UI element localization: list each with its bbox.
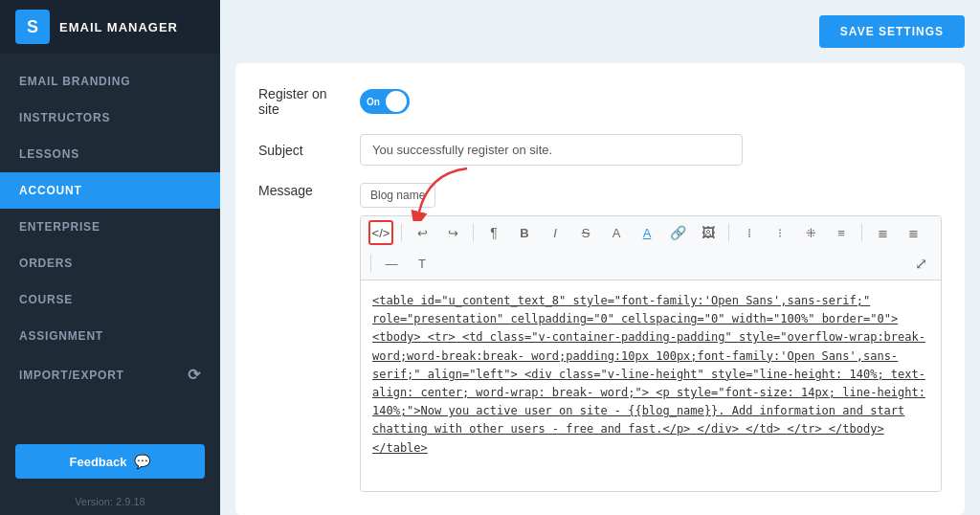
align-justify-button[interactable]: ≡ [829, 220, 854, 245]
sidebar-item-import-export[interactable]: IMPORT/EXPORT ⟳ [0, 354, 220, 395]
editor-body[interactable]: <table id="u_content_text_8" style="font… [361, 280, 941, 491]
toolbar-sep-4 [861, 224, 862, 241]
register-label: Register on site [258, 86, 345, 117]
refresh-icon: ⟳ [188, 366, 201, 384]
subject-row: Subject [258, 134, 942, 166]
app-title: EMAIL MANAGER [59, 20, 178, 34]
content-card: Register on site On Subject Message Blog… [235, 63, 965, 515]
undo-button[interactable]: ↩ [410, 220, 434, 245]
message-label: Message [258, 183, 345, 198]
version-label: Version: 2.9.18 [0, 488, 220, 515]
toolbar-sep-1 [401, 224, 402, 241]
sidebar-nav: EMAIL BRANDING INSTRUCTORS LESSONS ACCOU… [0, 54, 220, 435]
toolbar-sep-2 [473, 224, 474, 241]
hr-button[interactable]: — [379, 251, 404, 276]
align-center-button[interactable]: ⁝ [768, 220, 792, 245]
italic-button[interactable]: I [543, 220, 568, 245]
list-ol-button[interactable]: ≣ [901, 220, 925, 245]
sidebar-header: S EMAIL MANAGER [0, 0, 220, 54]
register-toggle-container: On [360, 89, 410, 114]
chat-icon: 💬 [134, 454, 150, 469]
sidebar-item-account[interactable]: ACCOUNT [0, 172, 220, 209]
feedback-label: Feedback [70, 455, 127, 469]
toolbar-sep-5 [370, 255, 371, 272]
sidebar-item-instructors[interactable]: INSTRUCTORS [0, 100, 220, 136]
register-toggle[interactable]: On [360, 89, 410, 114]
toolbar-sep-3 [728, 224, 729, 241]
blog-name-area: Blog name [360, 183, 942, 208]
sidebar: S EMAIL MANAGER EMAIL BRANDING INSTRUCTO… [0, 0, 220, 515]
text-format-button[interactable]: T [410, 251, 434, 276]
highlight-button[interactable]: A [635, 220, 659, 245]
message-row: Message Blog name [258, 183, 942, 492]
align-left-button[interactable]: ⁞ [737, 220, 762, 245]
logo-letter: S [27, 17, 38, 37]
blog-name-button[interactable]: Blog name [360, 183, 435, 208]
sidebar-item-enterprise[interactable]: ENTERPRISE [0, 209, 220, 245]
code-view-button[interactable]: </> [368, 220, 393, 245]
font-button[interactable]: A [604, 220, 629, 245]
sidebar-item-email-branding[interactable]: EMAIL BRANDING [0, 63, 220, 100]
editor-content: <table id="u_content_text_8" style="font… [372, 294, 925, 455]
main-content: SAVE SETTINGS Register on site On Subjec… [220, 0, 980, 515]
sidebar-logo: S [15, 10, 50, 44]
editor-toolbar: </> ↩ ↪ ¶ B I S A A 🔗 🖼 ⁞ [361, 216, 941, 280]
bold-button[interactable]: B [512, 220, 537, 245]
editor-wrapper: </> ↩ ↪ ¶ B I S A A 🔗 🖼 ⁞ [360, 215, 942, 492]
sidebar-item-lessons[interactable]: LESSONS [0, 136, 220, 172]
expand-button[interactable]: ⤢ [908, 251, 933, 276]
toggle-on-label: On [367, 97, 380, 107]
list-ul-button[interactable]: ≣ [870, 220, 895, 245]
sidebar-item-orders[interactable]: ORDERS [0, 245, 220, 281]
register-row: Register on site On [258, 86, 942, 117]
subject-label: Subject [258, 143, 345, 158]
align-right-button[interactable]: ⁜ [798, 220, 823, 245]
feedback-button[interactable]: Feedback 💬 [15, 444, 205, 479]
main-header: SAVE SETTINGS [235, 15, 965, 48]
strikethrough-button[interactable]: S [573, 220, 598, 245]
sidebar-item-course[interactable]: COURSE [0, 281, 220, 318]
image-button[interactable]: 🖼 [696, 220, 721, 245]
link-button[interactable]: 🔗 [665, 220, 690, 245]
paragraph-button[interactable]: ¶ [481, 220, 506, 245]
redo-button[interactable]: ↪ [440, 220, 465, 245]
message-content-area: Blog name </> [360, 183, 942, 492]
save-settings-button[interactable]: SAVE SETTINGS [819, 15, 965, 48]
sidebar-item-assignment[interactable]: ASSIGNMENT [0, 318, 220, 354]
subject-input[interactable] [360, 134, 743, 166]
